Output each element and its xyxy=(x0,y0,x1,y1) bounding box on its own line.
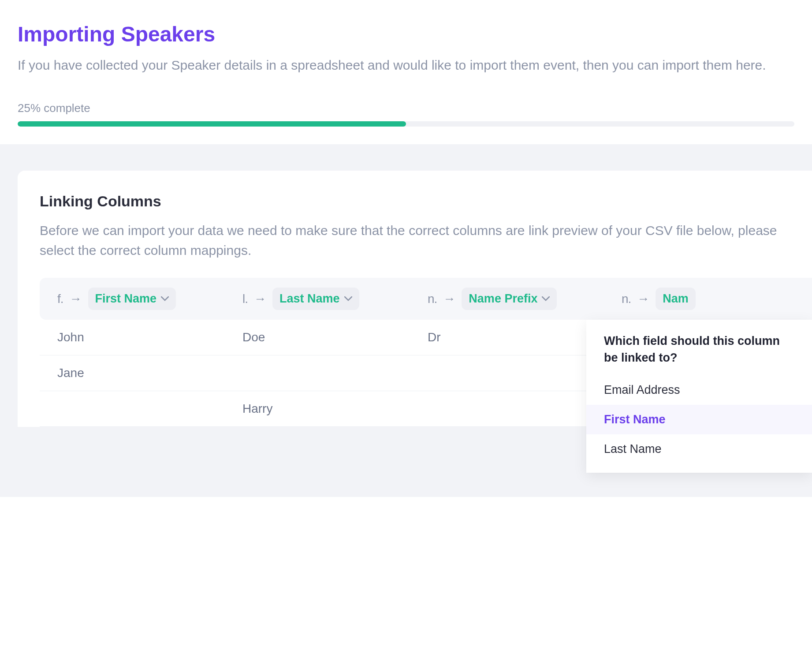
mapping-label: Name Prefix xyxy=(469,292,537,306)
dropdown-option-last-name[interactable]: Last Name xyxy=(586,434,812,464)
source-label: l. xyxy=(242,292,248,306)
source-label: n. xyxy=(622,292,631,306)
table-cell xyxy=(40,402,225,416)
progress-bar-fill xyxy=(18,121,406,127)
mapping-label: Nam xyxy=(663,292,689,306)
mapping-dropdown-name-prefix[interactable]: Name Prefix xyxy=(462,288,557,310)
chevron-down-icon xyxy=(344,295,352,303)
arrow-right-icon: → xyxy=(70,292,82,306)
dropdown-option-first-name[interactable]: First Name xyxy=(586,405,812,434)
table-cell: Jane xyxy=(40,366,225,380)
table-cell xyxy=(225,366,410,380)
content-section: Linking Columns Before we can import you… xyxy=(0,144,812,497)
mapping-label: Last Name xyxy=(279,292,340,306)
header-section: Importing Speakers If you have collected… xyxy=(0,0,812,144)
arrow-right-icon: → xyxy=(637,292,649,306)
table-cell: Harry xyxy=(225,402,410,416)
progress-bar xyxy=(18,121,794,127)
mapping-dropdown-last-name[interactable]: Last Name xyxy=(272,288,359,310)
table-cell: John xyxy=(40,330,225,344)
chevron-down-icon xyxy=(161,295,169,303)
table-cell xyxy=(410,366,604,380)
table-cell: Dr xyxy=(410,330,604,344)
mapping-label: First Name xyxy=(95,292,157,306)
card-description: Before we can import your data we need t… xyxy=(40,220,812,260)
arrow-right-icon: → xyxy=(443,292,455,306)
arrow-right-icon: → xyxy=(254,292,266,306)
table-header: f. → First Name l. → Last Name xyxy=(40,278,812,320)
table-cell: Doe xyxy=(225,330,410,344)
column-header-2: l. → Last Name xyxy=(225,288,410,310)
field-link-dropdown: Which field should this column be linked… xyxy=(586,320,812,473)
progress-label: 25% complete xyxy=(18,101,794,115)
mapping-dropdown-first-name[interactable]: First Name xyxy=(88,288,176,310)
dropdown-title: Which field should this column be linked… xyxy=(586,333,812,375)
column-header-1: f. → First Name xyxy=(40,288,225,310)
linking-card: Linking Columns Before we can import you… xyxy=(18,171,812,427)
dropdown-option-email[interactable]: Email Address xyxy=(586,375,812,405)
source-label: f. xyxy=(57,292,63,306)
source-label: n. xyxy=(428,292,437,306)
page-subtitle: If you have collected your Speaker detai… xyxy=(18,55,794,75)
table-cell xyxy=(410,402,604,416)
column-header-3: n. → Name Prefix xyxy=(410,288,604,310)
column-header-4: n. → Nam xyxy=(604,288,812,310)
page-title: Importing Speakers xyxy=(18,22,794,46)
table-body: John Doe Dr Jane Harry Which field shoul… xyxy=(40,320,812,427)
chevron-down-icon xyxy=(542,295,550,303)
card-title: Linking Columns xyxy=(40,193,812,210)
mapping-dropdown-name-partial[interactable]: Nam xyxy=(656,288,696,310)
